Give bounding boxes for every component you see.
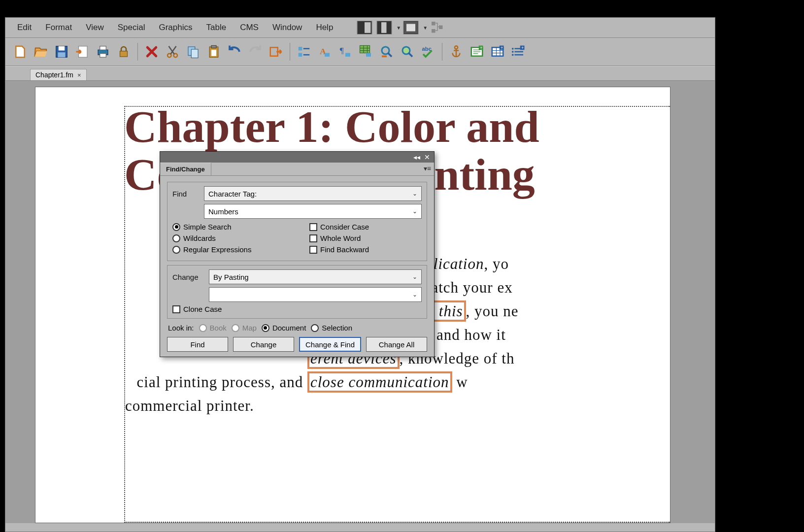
- svg-point-47: [512, 51, 514, 53]
- svg-rect-33: [360, 46, 370, 53]
- lookin-map-radio: Map: [232, 324, 257, 332]
- tab-strip: Chapter1.fm ×: [5, 66, 715, 81]
- app-window: Edit Format View Special Graphics Table …: [5, 17, 715, 532]
- change-and-find-button[interactable]: Change & Find: [299, 337, 361, 352]
- svg-rect-4: [387, 22, 391, 33]
- copy-icon[interactable]: [183, 42, 203, 62]
- anchor-icon[interactable]: [446, 42, 466, 62]
- regex-radio[interactable]: Regular Expressions: [172, 245, 285, 254]
- svg-rect-10: [439, 26, 443, 30]
- close-tab-icon[interactable]: ×: [77, 71, 81, 79]
- svg-rect-16: [100, 46, 106, 50]
- svg-rect-36: [382, 56, 387, 58]
- lock-icon[interactable]: [114, 42, 134, 62]
- menu-window[interactable]: Window: [266, 21, 309, 34]
- svg-text:+: +: [480, 45, 482, 50]
- consider-case-check[interactable]: Consider Case: [309, 223, 422, 231]
- paste-icon[interactable]: [204, 42, 224, 62]
- simple-search-radio[interactable]: Simple Search: [172, 223, 285, 231]
- save-icon[interactable]: [52, 42, 71, 62]
- svg-text:abc: abc: [422, 46, 432, 52]
- change-all-button[interactable]: Change All: [366, 337, 427, 352]
- menu-bar: Edit Format View Special Graphics Table …: [5, 18, 715, 38]
- screen-mode-icon[interactable]: [403, 21, 419, 34]
- svg-rect-30: [325, 53, 330, 57]
- panel-menu-icon[interactable]: ▾≡: [424, 163, 431, 175]
- zoom-icon[interactable]: [398, 42, 417, 62]
- insert-table-icon[interactable]: +: [488, 42, 507, 62]
- find-value-combo[interactable]: Numbers⌄: [204, 204, 422, 219]
- find-change-dialog: ◂◂ ✕ Find/Change ▾≡ Find C: [160, 151, 435, 357]
- svg-rect-27: [299, 47, 302, 51]
- svg-rect-7: [406, 24, 415, 32]
- wildcards-radio[interactable]: Wildcards: [172, 234, 285, 242]
- svg-rect-24: [211, 46, 216, 48]
- hierarchy-icon[interactable]: [430, 21, 445, 34]
- undo-icon[interactable]: [225, 42, 244, 62]
- change-type-combo[interactable]: By Pasting⌄: [209, 269, 422, 284]
- svg-rect-22: [191, 49, 198, 58]
- cut-icon[interactable]: [163, 42, 182, 62]
- svg-text:+: +: [501, 45, 503, 50]
- look-in-label: Look in:: [168, 324, 194, 332]
- find-type-combo[interactable]: Character Tag:⌄: [204, 186, 422, 201]
- change-label: Change: [172, 273, 205, 281]
- menu-special[interactable]: Special: [111, 21, 152, 34]
- change-button[interactable]: Change: [233, 337, 294, 352]
- svg-point-39: [455, 46, 458, 49]
- print-icon[interactable]: [93, 42, 113, 62]
- menu-edit[interactable]: Edit: [10, 21, 38, 34]
- char-catalog-icon[interactable]: A: [315, 42, 335, 62]
- table-catalog-icon[interactable]: [356, 42, 376, 62]
- insert-list-icon[interactable]: +: [508, 42, 528, 62]
- close-icon[interactable]: ✕: [424, 153, 430, 161]
- tab-label: Chapter1.fm: [35, 71, 73, 79]
- find-icon[interactable]: [377, 42, 397, 62]
- import-icon[interactable]: [72, 42, 92, 62]
- document-tab[interactable]: Chapter1.fm ×: [30, 69, 87, 80]
- new-icon[interactable]: [10, 42, 30, 62]
- svg-rect-32: [345, 53, 350, 57]
- find-label: Find: [172, 190, 200, 198]
- open-icon[interactable]: [31, 42, 51, 62]
- svg-rect-18: [120, 51, 128, 57]
- panel-layout-icon[interactable]: [357, 21, 372, 34]
- dialog-tab-findchange[interactable]: Find/Change: [160, 163, 211, 175]
- svg-rect-13: [58, 52, 66, 57]
- spell-icon[interactable]: abc: [418, 42, 438, 62]
- para-catalog-icon[interactable]: ¶: [335, 42, 355, 62]
- menu-cms[interactable]: CMS: [233, 21, 266, 34]
- svg-rect-28: [299, 53, 302, 57]
- redo-icon[interactable]: [245, 42, 265, 62]
- insert-text-icon[interactable]: +: [467, 42, 487, 62]
- document-page: Chapter 1: Color and Commercial Printing…: [35, 87, 670, 523]
- menu-format[interactable]: Format: [38, 21, 79, 34]
- delete-icon[interactable]: [142, 42, 162, 62]
- svg-point-48: [512, 54, 514, 56]
- export-icon[interactable]: [266, 42, 286, 62]
- menu-table[interactable]: Table: [199, 21, 233, 34]
- dialog-titlebar[interactable]: ◂◂ ✕: [160, 152, 434, 163]
- lookin-book-radio: Book: [199, 324, 227, 332]
- svg-text:+: +: [521, 45, 524, 50]
- menu-graphics[interactable]: Graphics: [152, 21, 199, 34]
- svg-rect-12: [59, 46, 65, 51]
- clone-case-check[interactable]: Clone Case: [172, 305, 422, 313]
- align-icon[interactable]: [294, 42, 314, 62]
- lookin-selection-radio[interactable]: Selection: [311, 324, 352, 332]
- svg-rect-1: [358, 22, 365, 33]
- menu-view[interactable]: View: [79, 21, 111, 34]
- whole-word-check[interactable]: Whole Word: [309, 234, 422, 242]
- change-value-combo[interactable]: ⌄: [209, 287, 422, 302]
- svg-point-46: [512, 48, 514, 50]
- panel-columns-icon[interactable]: [376, 21, 392, 34]
- collapse-icon[interactable]: ◂◂: [413, 153, 420, 161]
- svg-rect-8: [432, 22, 436, 26]
- svg-rect-17: [100, 54, 106, 58]
- highlighted-phrase: close communication: [307, 371, 452, 393]
- svg-rect-25: [211, 50, 216, 56]
- lookin-document-radio[interactable]: Document: [262, 324, 306, 332]
- find-button[interactable]: Find: [167, 337, 228, 352]
- find-backward-check[interactable]: Find Backward: [309, 245, 422, 254]
- menu-help[interactable]: Help: [309, 21, 340, 34]
